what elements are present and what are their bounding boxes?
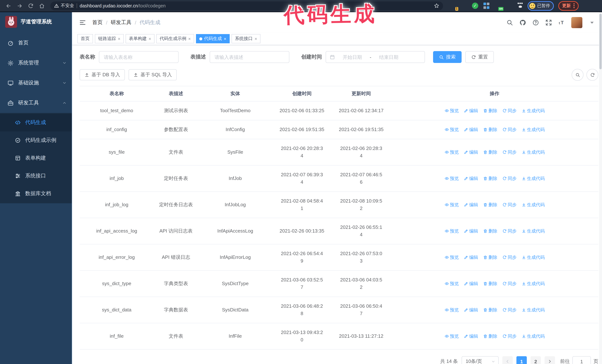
sidebar-collapse-icon[interactable] — [79, 19, 86, 26]
date-range-picker[interactable]: - — [326, 51, 425, 63]
action-generate-link[interactable]: 生成代码 — [521, 175, 545, 182]
action-generate-link[interactable]: 生成代码 — [521, 280, 545, 287]
security-badge[interactable]: 不安全 — [54, 3, 74, 9]
tab-4[interactable]: 代码生成× — [196, 34, 230, 43]
action-edit-link[interactable]: 编辑 — [464, 254, 478, 261]
fullscreen-icon[interactable] — [545, 19, 552, 26]
action-preview-link[interactable]: 预览 — [444, 107, 459, 114]
action-delete-link[interactable]: 删除 — [483, 280, 497, 287]
action-generate-link[interactable]: 生成代码 — [521, 107, 545, 114]
reset-button[interactable]: 重置 — [465, 51, 494, 63]
sidebar-subitem-3-4[interactable]: 数据库文档 — [0, 185, 72, 203]
user-avatar[interactable] — [571, 17, 582, 28]
page-size-select[interactable]: 10条/页 — [462, 356, 499, 364]
action-sync-link[interactable]: 同步 — [502, 175, 516, 182]
action-generate-link[interactable]: 生成代码 — [521, 254, 545, 261]
action-delete-link[interactable]: 删除 — [483, 306, 497, 314]
extension-icon-green-pin[interactable] — [506, 2, 513, 9]
sidebar-subitem-3-3[interactable]: 系统接口 — [0, 167, 72, 185]
action-edit-link[interactable]: 编辑 — [464, 148, 478, 156]
action-edit-link[interactable]: 编辑 — [464, 280, 478, 287]
action-generate-link[interactable]: 生成代码 — [521, 201, 545, 208]
action-delete-link[interactable]: 删除 — [483, 227, 497, 235]
sidebar-item-2[interactable]: 基础设施 — [0, 73, 72, 93]
browser-home-button[interactable] — [37, 1, 47, 10]
action-preview-link[interactable]: 预览 — [444, 333, 459, 340]
toggle-search-button[interactable] — [572, 69, 583, 81]
sidebar-subitem-3-2[interactable]: 表单构建 — [0, 149, 72, 167]
address-bar[interactable]: 不安全 dashboard.yudao.iocoder.cn/tool/code… — [50, 1, 443, 10]
action-delete-link[interactable]: 删除 — [483, 107, 497, 114]
action-delete-link[interactable]: 删除 — [483, 126, 497, 133]
action-edit-link[interactable]: 编辑 — [464, 333, 478, 340]
action-sync-link[interactable]: 同步 — [502, 107, 516, 114]
extension-icon-green-check[interactable]: ✓ — [472, 2, 479, 9]
browser-reload-button[interactable] — [26, 1, 36, 10]
import-sql-button[interactable]: 基于 SQL 导入 — [129, 69, 177, 80]
action-sync-link[interactable]: 同步 — [502, 148, 516, 156]
action-generate-link[interactable]: 生成代码 — [521, 148, 545, 156]
breadcrumb-item-1[interactable]: 研发工具 — [111, 19, 131, 26]
action-edit-link[interactable]: 编辑 — [464, 107, 478, 114]
search-icon[interactable] — [506, 19, 513, 26]
action-sync-link[interactable]: 同步 — [502, 201, 516, 208]
action-delete-link[interactable]: 删除 — [483, 201, 497, 208]
chevron-down-icon[interactable] — [589, 19, 595, 26]
action-sync-link[interactable]: 同步 — [502, 126, 516, 133]
goto-page-input[interactable] — [572, 356, 591, 364]
action-generate-link[interactable]: 生成代码 — [521, 333, 545, 340]
extension-icon-proxy[interactable]: on — [495, 2, 502, 9]
sidebar-item-0[interactable]: 首页 — [0, 33, 72, 53]
prev-page-button[interactable] — [502, 356, 513, 364]
close-icon[interactable]: × — [118, 36, 120, 41]
action-delete-link[interactable]: 删除 — [483, 333, 497, 340]
browser-forward-button[interactable] — [15, 1, 24, 10]
extension-icon-orange[interactable]: 1 — [450, 2, 456, 9]
action-preview-link[interactable]: 预览 — [444, 201, 459, 208]
tab-3[interactable]: 代码生成示例× — [156, 34, 194, 43]
date-start-input[interactable] — [338, 54, 367, 60]
tab-5[interactable]: 系统接口× — [232, 34, 260, 43]
close-icon[interactable]: × — [255, 36, 257, 41]
breadcrumb-item-0[interactable]: 首页 — [92, 19, 103, 26]
browser-update-button[interactable]: 更新 — [558, 1, 579, 10]
next-page-button[interactable] — [545, 356, 555, 364]
action-generate-link[interactable]: 生成代码 — [521, 126, 545, 133]
browser-profile-chip[interactable]: 已暂停 — [527, 1, 554, 10]
bookmark-star-icon[interactable] — [434, 3, 439, 9]
tab-0[interactable]: 首页 — [77, 34, 93, 43]
close-icon[interactable]: × — [224, 36, 226, 41]
action-preview-link[interactable]: 预览 — [444, 280, 459, 287]
close-icon[interactable]: × — [149, 36, 151, 41]
sidebar-item-3[interactable]: 研发工具 — [0, 93, 72, 113]
browser-menu-icon[interactable] — [573, 3, 574, 8]
github-icon[interactable] — [519, 19, 526, 26]
action-sync-link[interactable]: 同步 — [502, 227, 516, 235]
window-scrollbar[interactable] — [599, 12, 602, 364]
font-size-icon[interactable]: tT — [558, 19, 565, 26]
action-sync-link[interactable]: 同步 — [502, 254, 516, 261]
browser-back-button[interactable] — [4, 1, 13, 10]
sidebar-logo-row[interactable]: 芋道管理系统 — [0, 12, 72, 31]
action-edit-link[interactable]: 编辑 — [464, 175, 478, 182]
search-button[interactable]: 搜索 — [433, 51, 462, 63]
action-sync-link[interactable]: 同步 — [502, 333, 516, 340]
extension-icon-gem[interactable] — [461, 2, 468, 9]
action-sync-link[interactable]: 同步 — [502, 306, 516, 314]
action-sync-link[interactable]: 同步 — [502, 280, 516, 287]
action-edit-link[interactable]: 编辑 — [464, 306, 478, 314]
action-preview-link[interactable]: 预览 — [444, 254, 459, 261]
tab-2[interactable]: 表单构建× — [126, 34, 154, 43]
action-preview-link[interactable]: 预览 — [444, 126, 459, 133]
table-desc-input[interactable] — [210, 51, 289, 63]
extension-icon-grid[interactable] — [483, 2, 491, 10]
sidebar-item-1[interactable]: 系统管理 — [0, 53, 72, 73]
scrollbar-thumb[interactable] — [599, 14, 602, 69]
page-number-1[interactable]: 1 — [516, 356, 527, 364]
action-delete-link[interactable]: 删除 — [483, 175, 497, 182]
action-edit-link[interactable]: 编辑 — [464, 201, 478, 208]
date-end-input[interactable] — [374, 54, 403, 60]
import-db-button[interactable]: 基于 DB 导入 — [80, 69, 125, 80]
action-edit-link[interactable]: 编辑 — [464, 126, 478, 133]
refresh-table-button[interactable] — [586, 69, 598, 81]
